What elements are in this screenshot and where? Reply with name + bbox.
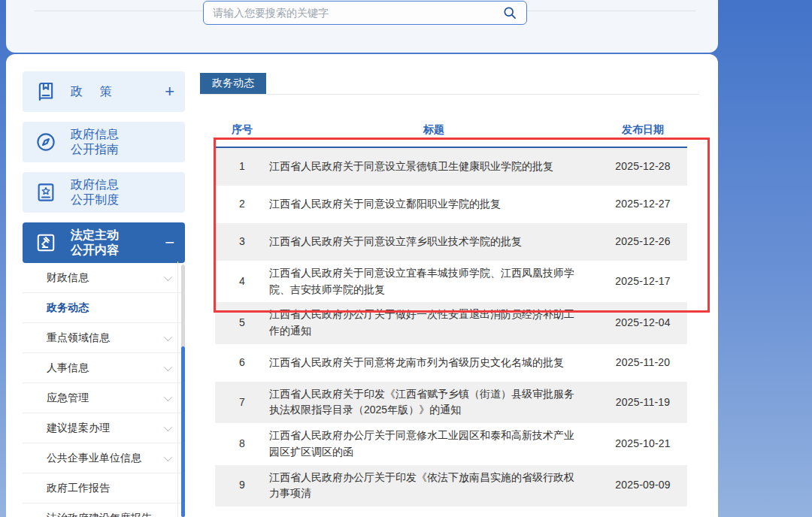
header-no: 序号	[215, 123, 269, 137]
row-title-link[interactable]: 江西省人民政府关于印发《江西省赋予乡镇（街道）县级审批服务执法权限指导目录（20…	[269, 386, 598, 419]
chevron-down-icon	[164, 332, 172, 340]
row-title-link[interactable]: 江西省人民政府关于同意将龙南市列为省级历史文化名城的批复	[269, 355, 598, 371]
table-row[interactable]: 6 江西省人民政府关于同意将龙南市列为省级历史文化名城的批复 2025-11-2…	[215, 344, 687, 382]
submenu-item-finance-info[interactable]: 财政信息	[23, 263, 185, 293]
row-title-link[interactable]: 江西省人民政府关于同意设立萍乡职业技术学院的批复	[269, 234, 598, 250]
search-box[interactable]	[203, 1, 527, 25]
submenu-item-government-work-report[interactable]: 政府工作报告	[23, 473, 185, 503]
table-row[interactable]: 2 江西省人民政府关于同意设立鄱阳职业学院的批复 2025-12-27	[215, 186, 687, 223]
collapse-icon[interactable]: −	[165, 234, 174, 251]
expand-icon[interactable]: +	[165, 83, 174, 100]
row-title-link[interactable]: 江西省人民政府关于同意设立景德镇卫生健康职业学院的批复	[269, 159, 598, 175]
sidebar-item-label: 政 策	[71, 84, 165, 99]
chevron-down-icon	[164, 362, 172, 370]
table-row[interactable]: 3 江西省人民政府关于同意设立萍乡职业技术学院的批复 2025-12-26	[215, 223, 687, 261]
sidebar-item-disclosure-guide[interactable]: 政府信息 公开指南	[23, 122, 185, 162]
submenu-item-personnel-info[interactable]: 人事信息	[23, 353, 185, 383]
sidebar-item-policy[interactable]: 政 策 +	[23, 71, 185, 112]
chevron-down-icon	[164, 392, 172, 401]
compass-icon	[32, 128, 60, 156]
submenu-item-public-enterprises-info[interactable]: 公共企事业单位信息	[23, 443, 185, 473]
row-title-link[interactable]: 江西省人民政府办公厅关于做好一次性安置退出消防员经济补助工作的通知	[269, 307, 598, 339]
submenu-item-government-news[interactable]: 政务动态	[23, 293, 185, 323]
divider	[35, 11, 209, 11]
row-title-link[interactable]: 江西省人民政府关于同意设立宜春丰城技师学院、江西凤凰技师学院、吉安技师学院的批复	[269, 265, 598, 298]
tab-government-news[interactable]: 政务动态	[200, 73, 266, 94]
sidebar-submenu: 财政信息 政务动态 重点领域信息 人事信息 应急管理 建议提案办理	[23, 263, 185, 517]
search-icon[interactable]	[502, 5, 517, 20]
sidebar-item-label: 法定主动 公开内容	[71, 228, 165, 258]
book-icon	[32, 77, 60, 106]
sidebar-item-statutory-disclosure[interactable]: 法定主动 公开内容 −	[23, 222, 185, 263]
row-title-link[interactable]: 江西省人民政府办公厅关于印发《依法下放南昌实施的省级行政权力事项清	[269, 470, 598, 502]
sidebar-item-disclosure-system[interactable]: 政府信息 公开制度	[23, 172, 185, 213]
submenu-item-rule-of-law-annual-report[interactable]: 法治政府建设年度报告	[23, 503, 185, 517]
divider	[200, 94, 699, 95]
chevron-down-icon	[164, 452, 172, 461]
row-title-link[interactable]: 江西省人民政府关于同意设立鄱阳职业学院的批复	[269, 196, 598, 213]
chevron-down-icon	[164, 272, 172, 280]
submenu-item-emergency-management[interactable]: 应急管理	[23, 383, 185, 413]
table-row[interactable]: 8 江西省人民政府办公厅关于同意修水工业园区和泰和高新技术产业园区扩区调区的函 …	[215, 423, 687, 464]
sidebar-item-label: 政府信息 公开指南	[71, 127, 174, 157]
sidebar-item-label: 政府信息 公开制度	[71, 177, 174, 207]
submenu-item-key-areas-info[interactable]: 重点领域信息	[23, 323, 185, 353]
table-row[interactable]: 9 江西省人民政府办公厅关于印发《依法下放南昌实施的省级行政权力事项清 2025…	[215, 465, 687, 506]
header-title: 标题	[269, 123, 598, 137]
top-search-panel	[6, 0, 718, 53]
table-header: 序号 标题 发布日期	[215, 113, 687, 148]
table-row[interactable]: 5 江西省人民政府办公厅关于做好一次性安置退出消防员经济补助工作的通知 2025…	[215, 302, 687, 343]
certificate-icon	[32, 178, 60, 207]
chevron-down-icon	[164, 422, 172, 431]
header-date: 发布日期	[598, 123, 687, 137]
table-row[interactable]: 4 江西省人民政府关于同意设立宜春丰城技师学院、江西凤凰技师学院、吉安技师学院的…	[215, 261, 687, 302]
search-input[interactable]	[213, 7, 502, 19]
table-row[interactable]: 7 江西省人民政府关于印发《江西省赋予乡镇（街道）县级审批服务执法权限指导目录（…	[215, 382, 687, 423]
table-row[interactable]: 1 江西省人民政府关于同意设立景德镇卫生健康职业学院的批复 2025-12-28	[215, 148, 687, 186]
sidebar-scrollbar-thumb[interactable]	[181, 346, 185, 517]
divider	[177, 262, 178, 517]
page: 政 策 + 政府信息 公开指南	[0, 0, 812, 517]
row-title-link[interactable]: 江西省人民政府办公厅关于同意修水工业园区和泰和高新技术产业园区扩区调区的函	[269, 428, 598, 460]
submenu-item-proposals-handling[interactable]: 建议提案办理	[23, 413, 185, 443]
sidebar: 政 策 + 政府信息 公开指南	[23, 71, 185, 517]
news-table: 序号 标题 发布日期 1 江西省人民政府关于同意设立景德镇卫生健康职业学院的批复…	[215, 113, 687, 506]
divider	[521, 11, 696, 11]
gavel-icon	[32, 228, 60, 257]
